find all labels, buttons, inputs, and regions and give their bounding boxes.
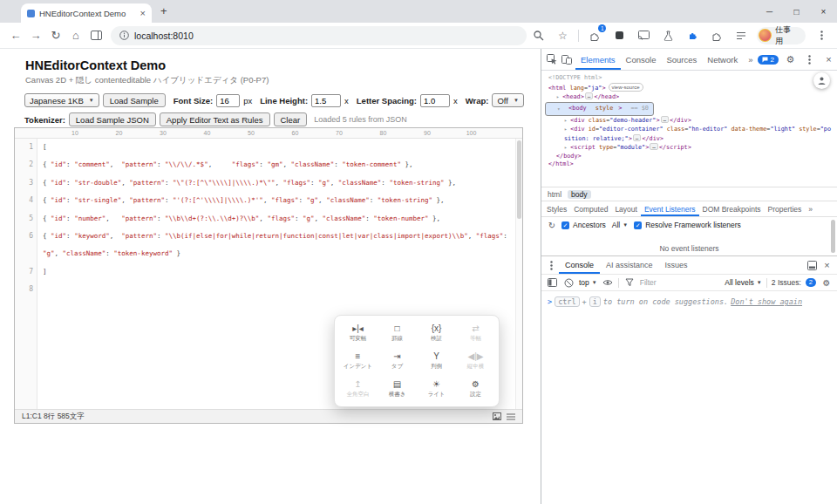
- tab-styles[interactable]: Styles: [543, 201, 570, 216]
- line-content[interactable]: [: [37, 139, 515, 156]
- line-content[interactable]: { "id": "str-double", "pattern": "\"(?:[…: [37, 174, 515, 192]
- dismiss-hint-link[interactable]: Don't show again: [731, 297, 802, 306]
- window-close-button[interactable]: ×: [810, 0, 837, 23]
- inspect-element-icon[interactable]: [544, 49, 559, 70]
- dom-tree-node[interactable]: </html>: [545, 160, 834, 169]
- apply-rules-button[interactable]: Apply Editor Text as Rules: [160, 112, 270, 126]
- dom-tree-node[interactable]: ▾ <body style> == $0: [545, 102, 654, 116]
- devtools-close-icon[interactable]: ×: [821, 54, 836, 65]
- line-content[interactable]: { "id": "number", "pattern": "\\b\\d+(?:…: [37, 210, 515, 228]
- tab-layout[interactable]: Layout: [611, 201, 641, 216]
- console-sidebar-icon[interactable]: [546, 278, 558, 287]
- puzzle-icon[interactable]: [708, 27, 725, 44]
- tab-computed[interactable]: Computed: [570, 201, 611, 216]
- address-bar[interactable]: localhost:8010: [111, 26, 527, 45]
- breadcrumb-body[interactable]: body: [568, 190, 590, 199]
- line-content[interactable]: [37, 281, 515, 298]
- dom-tree-node[interactable]: ▸ <head>…</head>: [545, 92, 834, 102]
- dom-tree-node[interactable]: ▸ <script type="module">…</script>: [545, 143, 834, 153]
- devtools-tabs-overflow-icon[interactable]: »: [743, 49, 758, 70]
- devtools-settings-icon[interactable]: ⚙: [783, 54, 798, 65]
- dom-tree-node[interactable]: </body>: [545, 153, 834, 161]
- refresh-icon[interactable]: ↻: [546, 221, 558, 230]
- side-panel-icon[interactable]: [87, 27, 105, 44]
- home-icon[interactable]: ⌂: [67, 27, 85, 44]
- browser-tab[interactable]: HNEditorContext Demo ×: [21, 3, 152, 23]
- profile-chip[interactable]: 仕事用: [757, 27, 806, 44]
- devtools-tab-console[interactable]: Console: [621, 49, 662, 70]
- cast-icon[interactable]: [635, 27, 652, 44]
- editor-scrollbar[interactable]: [515, 139, 522, 409]
- live-expression-eye-icon[interactable]: [602, 278, 614, 287]
- palette-button[interactable]: ⚙設定: [456, 375, 495, 403]
- resolve-framework-checkbox[interactable]: ✓: [634, 221, 642, 229]
- sample-select[interactable]: Japanese 1KB▼: [24, 93, 99, 107]
- device-toolbar-icon[interactable]: [559, 49, 574, 70]
- tab-close-icon[interactable]: ×: [140, 9, 146, 18]
- font-size-input[interactable]: [216, 94, 240, 107]
- line-content[interactable]: { "id": "comment", "pattern": "\\/\\/.*$…: [37, 156, 515, 174]
- window-minimize-button[interactable]: ─: [756, 0, 783, 23]
- palette-button[interactable]: ▤横書き: [378, 375, 417, 403]
- zoom-icon[interactable]: [529, 27, 547, 44]
- line-content[interactable]: { "id": "keyword", "pattern": "\\b(if|el…: [37, 228, 515, 263]
- drawer-tab-issues[interactable]: Issues: [659, 256, 694, 274]
- clear-console-icon[interactable]: [562, 278, 575, 288]
- notes-icon[interactable]: [732, 27, 750, 44]
- palette-button[interactable]: ▸|◂可変幅: [338, 319, 378, 347]
- site-info-icon[interactable]: [119, 31, 129, 40]
- palette-button[interactable]: ⇥タブ: [378, 347, 417, 375]
- load-sample-json-button[interactable]: Load Sample JSON: [69, 112, 156, 126]
- line-content[interactable]: ]: [37, 263, 515, 281]
- palette-button[interactable]: ⇄等幅: [456, 319, 495, 347]
- devtools-tab-network[interactable]: Network: [702, 49, 743, 70]
- drawer-tab-ai-assistance[interactable]: AI assistance: [600, 256, 659, 274]
- issues-counter-badge[interactable]: 2: [758, 55, 778, 65]
- new-tab-button[interactable]: +: [160, 4, 167, 17]
- log-levels-select[interactable]: All levels▼: [725, 278, 762, 287]
- assistant-fab[interactable]: [813, 72, 830, 89]
- bookmark-star-icon[interactable]: ☆: [554, 27, 571, 44]
- reading-list-icon[interactable]: [610, 27, 628, 44]
- image-icon[interactable]: [493, 412, 501, 420]
- letter-spacing-input[interactable]: [420, 94, 450, 107]
- drawer-menu-icon[interactable]: [544, 256, 559, 274]
- load-sample-button[interactable]: Load Sample: [103, 93, 166, 107]
- dom-tree-node[interactable]: <html lang="ja">view-source: [545, 83, 834, 93]
- line-height-input[interactable]: [311, 94, 341, 107]
- devtools-tab-elements[interactable]: Elements: [575, 49, 621, 70]
- palette-button[interactable]: ≡インデント: [338, 347, 378, 375]
- palette-button[interactable]: ☀ライト: [417, 375, 456, 403]
- forward-icon[interactable]: →: [27, 27, 44, 44]
- devtools-tab-sources[interactable]: Sources: [661, 49, 702, 70]
- sidebar-tabs-overflow-icon[interactable]: »: [805, 201, 816, 216]
- breadcrumb-html[interactable]: html: [548, 190, 561, 199]
- palette-button[interactable]: {x}検証: [417, 319, 456, 347]
- sidebar-scrollbar[interactable]: [831, 220, 835, 253]
- wrap-select[interactable]: Off▼: [492, 93, 523, 107]
- listener-category-select[interactable]: All▼: [609, 221, 630, 229]
- dom-tree-node[interactable]: ▸ <div class="demo-header">…</div>: [545, 116, 834, 126]
- issues-link-label[interactable]: 2 Issues:: [772, 278, 801, 287]
- tab-properties[interactable]: Properties: [765, 201, 806, 216]
- dock-panel-icon[interactable]: [805, 256, 820, 274]
- tab-dom-breakpoints[interactable]: DOM Breakpoints: [699, 201, 765, 216]
- palette-button[interactable]: □罫線: [378, 319, 417, 347]
- back-icon[interactable]: ←: [7, 27, 24, 44]
- palette-button[interactable]: Y判例: [417, 347, 456, 375]
- drawer-close-icon[interactable]: ×: [820, 256, 834, 274]
- palette-button[interactable]: ◀|▶縦中横: [456, 347, 495, 375]
- reload-icon[interactable]: ↻: [47, 27, 65, 44]
- console-settings-icon[interactable]: ⚙: [820, 278, 833, 288]
- dom-tree-node[interactable]: ▸ <div id="editor-container" class="hn-e…: [545, 125, 834, 143]
- dom-tree-node[interactable]: <!DOCTYPE html>: [545, 74, 834, 83]
- drawer-tab-console[interactable]: Console: [559, 256, 600, 274]
- console-context-select[interactable]: top▼: [579, 278, 597, 287]
- palette-button[interactable]: ↥全角空白: [338, 375, 378, 403]
- editor-menu-icon[interactable]: [507, 413, 515, 420]
- pinned-extension-icon[interactable]: [684, 27, 701, 44]
- code-editor[interactable]: 102030405060708090100 1[2{ "id": "commen…: [14, 127, 523, 424]
- clear-button[interactable]: Clear: [274, 112, 308, 126]
- devtools-menu-icon[interactable]: [802, 55, 817, 65]
- flask-icon[interactable]: [659, 27, 677, 44]
